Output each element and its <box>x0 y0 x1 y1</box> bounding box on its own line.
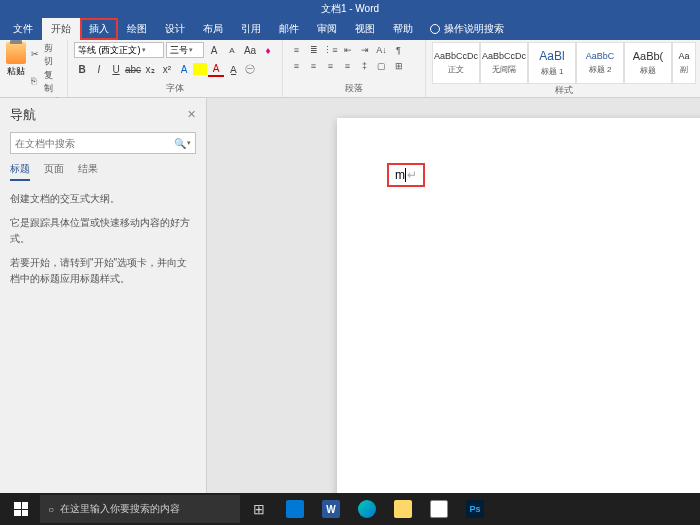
style-nospacing[interactable]: AaBbCcDc无间隔 <box>480 42 528 84</box>
superscript-button[interactable]: x² <box>159 61 175 77</box>
tab-mailings[interactable]: 邮件 <box>270 18 308 40</box>
lightbulb-icon <box>430 24 440 34</box>
align-left-button[interactable]: ≡ <box>289 58 304 73</box>
font-size-select[interactable]: 三号▾ <box>166 42 204 58</box>
scissors-icon: ✂ <box>31 49 42 61</box>
borders-button[interactable]: ⊞ <box>391 58 406 73</box>
ribbon: 粘贴 ✂剪切 ⎘复制 🖌格式刷 剪贴板 等线 (西文正文)▾ 三号▾ A A A… <box>0 40 700 98</box>
nav-hint-2: 它是跟踪具体位置或快速移动内容的好方式。 <box>10 215 196 247</box>
bold-button[interactable]: B <box>74 61 90 77</box>
phonetic-button[interactable]: A̲ <box>225 61 241 77</box>
taskbar-app-settings[interactable] <box>278 493 312 525</box>
strike-button[interactable]: abc <box>125 61 141 77</box>
nav-hint-1: 创建文档的交互式大纲。 <box>10 191 196 207</box>
ribbon-tabs: 文件 开始 插入 绘图 设计 布局 引用 邮件 审阅 视图 帮助 操作说明搜索 <box>0 18 700 40</box>
text-effects-button[interactable]: A <box>176 61 192 77</box>
document-text: m <box>395 168 405 182</box>
document-canvas[interactable]: m ↵ <box>207 98 700 505</box>
enclose-button[interactable]: ㊀ <box>242 61 258 77</box>
tab-file[interactable]: 文件 <box>4 18 42 40</box>
clear-format-button[interactable]: ♦ <box>260 42 276 58</box>
chevron-down-icon[interactable]: ▾ <box>187 139 191 147</box>
underline-button[interactable]: U <box>108 61 124 77</box>
copy-icon: ⎘ <box>31 76 42 88</box>
taskbar-search[interactable]: ○ 在这里输入你要搜索的内容 <box>40 495 240 523</box>
tab-layout[interactable]: 布局 <box>194 18 232 40</box>
font-name-select[interactable]: 等线 (西文正文)▾ <box>74 42 164 58</box>
tab-view[interactable]: 视图 <box>346 18 384 40</box>
taskbar-app-explorer[interactable] <box>386 493 420 525</box>
style-heading2[interactable]: AaBbC标题 2 <box>576 42 624 84</box>
tab-review[interactable]: 审阅 <box>308 18 346 40</box>
subscript-button[interactable]: x₂ <box>142 61 158 77</box>
decrease-indent-button[interactable]: ⇤ <box>340 42 355 57</box>
taskbar: ○ 在这里输入你要搜索的内容 ⊞ W Ps <box>0 493 700 525</box>
start-button[interactable] <box>4 493 38 525</box>
tell-me[interactable]: 操作说明搜索 <box>430 22 504 36</box>
tab-draw[interactable]: 绘图 <box>118 18 156 40</box>
bullets-button[interactable]: ≡ <box>289 42 304 57</box>
multilevel-button[interactable]: ⋮≡ <box>323 42 338 57</box>
style-title[interactable]: AaBb(标题 <box>624 42 672 84</box>
text-cursor <box>405 168 406 182</box>
shading-button[interactable]: ▢ <box>374 58 389 73</box>
increase-indent-button[interactable]: ⇥ <box>357 42 372 57</box>
numbering-button[interactable]: ≣ <box>306 42 321 57</box>
taskbar-app-photoshop[interactable]: Ps <box>458 493 492 525</box>
nav-tabs: 标题 页面 结果 <box>10 162 196 181</box>
style-normal[interactable]: AaBbCcDc正文 <box>432 42 480 84</box>
font-color-button[interactable]: A <box>208 61 224 77</box>
navigation-pane: 导航 ✕ 🔍 ▾ 标题 页面 结果 创建文档的交互式大纲。 它是跟踪具体位置或快… <box>0 98 207 505</box>
nav-search[interactable]: 🔍 ▾ <box>10 132 196 154</box>
group-font: 等线 (西文正文)▾ 三号▾ A A Aa ♦ B I U abc x₂ x² … <box>68 40 283 97</box>
shrink-font-button[interactable]: A <box>224 42 240 58</box>
store-icon <box>430 500 448 518</box>
task-view-button[interactable]: ⊞ <box>242 493 276 525</box>
nav-close-button[interactable]: ✕ <box>187 108 196 121</box>
nav-search-input[interactable] <box>15 138 174 149</box>
copy-button[interactable]: ⎘复制 <box>31 69 61 95</box>
edge-icon <box>358 500 376 518</box>
document-title: 文档1 - Word <box>321 2 379 16</box>
nav-title: 导航 <box>10 106 196 124</box>
group-paragraph: ≡ ≣ ⋮≡ ⇤ ⇥ A↓ ¶ ≡ ≡ ≡ ≡ ‡ ▢ ⊞ 段落 <box>283 40 426 97</box>
nav-tab-headings[interactable]: 标题 <box>10 162 30 181</box>
text-cursor-area[interactable]: m ↵ <box>387 163 425 187</box>
align-right-button[interactable]: ≡ <box>323 58 338 73</box>
workspace: 导航 ✕ 🔍 ▾ 标题 页面 结果 创建文档的交互式大纲。 它是跟踪具体位置或快… <box>0 98 700 505</box>
group-clipboard: 粘贴 ✂剪切 ⎘复制 🖌格式刷 剪贴板 <box>0 40 68 97</box>
search-icon: ○ <box>48 504 54 515</box>
highlight-button[interactable] <box>193 63 207 75</box>
taskbar-app-word[interactable]: W <box>314 493 348 525</box>
tab-references[interactable]: 引用 <box>232 18 270 40</box>
tab-home[interactable]: 开始 <box>42 18 80 40</box>
show-marks-button[interactable]: ¶ <box>391 42 406 57</box>
grow-font-button[interactable]: A <box>206 42 222 58</box>
align-center-button[interactable]: ≡ <box>306 58 321 73</box>
group-styles: AaBbCcDc正文 AaBbCcDc无间隔 AaBl标题 1 AaBbC标题 … <box>426 40 700 97</box>
tab-design[interactable]: 设计 <box>156 18 194 40</box>
nav-hint-3: 若要开始，请转到"开始"选项卡，并向文档中的标题应用标题样式。 <box>10 255 196 287</box>
line-spacing-button[interactable]: ‡ <box>357 58 372 73</box>
style-subtitle[interactable]: Aa副 <box>672 42 696 84</box>
title-bar: 文档1 - Word <box>0 0 700 18</box>
folder-icon <box>394 500 412 518</box>
italic-button[interactable]: I <box>91 61 107 77</box>
search-icon: 🔍 <box>174 138 186 149</box>
page[interactable]: m ↵ <box>337 118 700 505</box>
paste-button[interactable]: 粘贴 <box>6 42 27 78</box>
sort-button[interactable]: A↓ <box>374 42 389 57</box>
settings-icon <box>286 500 304 518</box>
justify-button[interactable]: ≡ <box>340 58 355 73</box>
change-case-button[interactable]: Aa <box>242 42 258 58</box>
tab-insert[interactable]: 插入 <box>80 18 118 40</box>
cut-button[interactable]: ✂剪切 <box>31 42 61 68</box>
style-heading1[interactable]: AaBl标题 1 <box>528 42 576 84</box>
nav-tab-pages[interactable]: 页面 <box>44 162 64 181</box>
word-icon: W <box>322 500 340 518</box>
taskbar-app-edge[interactable] <box>350 493 384 525</box>
photoshop-icon: Ps <box>466 500 484 518</box>
tab-help[interactable]: 帮助 <box>384 18 422 40</box>
taskbar-app-store[interactable] <box>422 493 456 525</box>
nav-tab-results[interactable]: 结果 <box>78 162 98 181</box>
